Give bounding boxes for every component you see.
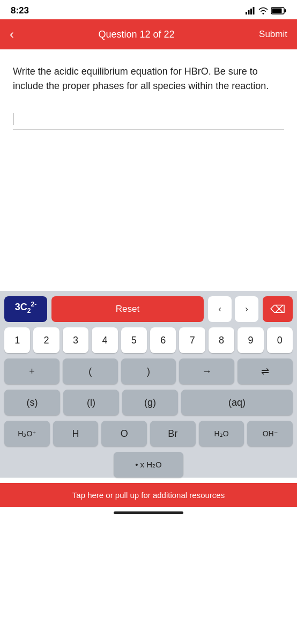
phase-row: (s) (l) (g) (aq) (4, 390, 293, 415)
svg-rect-3 (253, 7, 255, 14)
home-bar (114, 511, 183, 514)
key-open-paren[interactable]: ( (63, 358, 118, 384)
key-arrow[interactable]: → (179, 358, 234, 384)
key-aqueous[interactable]: (aq) (181, 390, 293, 415)
key-2[interactable]: 2 (33, 327, 59, 353)
key-0[interactable]: 0 (267, 327, 293, 353)
key-plus[interactable]: + (4, 358, 60, 384)
key-3[interactable]: 3 (63, 327, 88, 353)
key-8[interactable]: 8 (209, 327, 234, 353)
svg-rect-6 (285, 9, 286, 12)
svg-rect-1 (248, 10, 250, 14)
key-liquid[interactable]: (l) (63, 390, 119, 415)
text-cursor (13, 113, 13, 125)
wifi-icon (258, 7, 268, 14)
app-header: ‹ Question 12 of 22 Submit (0, 19, 297, 49)
key-7[interactable]: 7 (179, 327, 205, 353)
nav-left-button[interactable]: ‹ (208, 296, 232, 322)
key-gas[interactable]: (g) (122, 390, 178, 415)
svg-rect-2 (250, 9, 252, 14)
key-x-h2o[interactable]: • x H₂O (114, 452, 183, 478)
water-formula-row: • x H₂O (4, 452, 293, 478)
key-5[interactable]: 5 (121, 327, 147, 353)
operator-row: + ( ) → ⇌ (4, 358, 293, 384)
nav-group: ‹ › (208, 296, 258, 322)
number-row: 1 2 3 4 5 6 7 8 9 0 (4, 327, 293, 353)
svg-rect-5 (272, 9, 282, 13)
key-br[interactable]: Br (150, 421, 196, 447)
key-o[interactable]: O (101, 421, 147, 447)
key-4[interactable]: 4 (92, 327, 117, 353)
status-time: 8:23 (11, 5, 29, 16)
submit-button[interactable]: Submit (259, 29, 287, 40)
key-solid[interactable]: (s) (4, 390, 60, 415)
answer-input-area[interactable] (13, 108, 284, 130)
status-bar: 8:23 (0, 0, 297, 19)
back-button[interactable]: ‹ (10, 28, 14, 41)
svg-rect-0 (246, 12, 247, 14)
coefficient-key[interactable]: 3C22- (4, 296, 47, 322)
content-spacer (0, 130, 297, 291)
key-h[interactable]: H (53, 421, 99, 447)
nav-right-button[interactable]: › (235, 296, 258, 322)
key-6[interactable]: 6 (150, 327, 176, 353)
question-area: Write the acidic equilibrium equation fo… (0, 49, 297, 93)
keyboard-control-row: 3C22- Reset ‹ › ⌫ (4, 296, 293, 322)
key-equilibrium[interactable]: ⇌ (237, 358, 293, 384)
key-oh-minus[interactable]: OH⁻ (247, 421, 293, 447)
home-indicator (0, 507, 297, 521)
backspace-button[interactable]: ⌫ (263, 296, 293, 322)
key-close-paren[interactable]: ) (121, 358, 176, 384)
species-row: H₃O⁺ H O Br H₂O OH⁻ (4, 421, 293, 447)
question-progress: Question 12 of 22 (98, 29, 174, 40)
key-h3o[interactable]: H₃O⁺ (4, 421, 50, 447)
chemistry-keyboard: 3C22- Reset ‹ › ⌫ 1 2 3 4 5 6 7 8 9 0 + … (0, 291, 297, 478)
signal-icon (246, 7, 255, 14)
reset-button[interactable]: Reset (51, 296, 204, 322)
battery-icon (271, 7, 286, 14)
key-1[interactable]: 1 (4, 327, 30, 353)
key-h2o[interactable]: H₂O (199, 421, 244, 447)
question-text: Write the acidic equilibrium equation fo… (13, 64, 284, 93)
resources-bar[interactable]: Tap here or pull up for additional resou… (0, 483, 297, 507)
key-9[interactable]: 9 (237, 327, 263, 353)
status-icons (246, 7, 286, 14)
